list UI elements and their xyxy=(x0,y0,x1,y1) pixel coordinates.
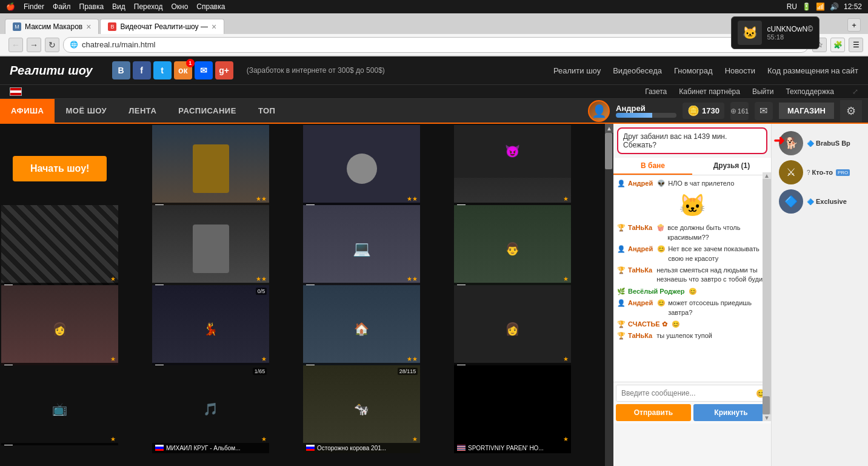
mac-menu-right: RU 🔋 📶 🔊 12:52 xyxy=(787,2,862,11)
nav-username: Андрей xyxy=(616,104,676,113)
video-cell-16[interactable]: SPORTIVNIY PAREN' НО... ★ xyxy=(454,365,571,453)
video-scrollbar[interactable]: ▲ ▼ xyxy=(605,124,613,466)
social-fb-icon[interactable]: f xyxy=(133,61,151,79)
help-menu[interactable]: Справка xyxy=(196,2,225,11)
chat-emoji-6: 😊 xyxy=(657,299,666,308)
video-cell-12[interactable]: 👩 НЕ СУДИТЕ СТРОГО, Н... ★ xyxy=(454,285,571,373)
video-cell-2[interactable]: Моё первое шоу! ★★ xyxy=(152,125,269,213)
header-nav-news[interactable]: Новости xyxy=(725,66,755,75)
chat-msg-8: 🏆 ТаНьКа ты ушлепок тупой xyxy=(617,331,767,340)
sec-nav-partner[interactable]: Кабинет партнёра xyxy=(679,87,740,96)
friend-item-3[interactable]: 🔷 🔷 Exclusive xyxy=(776,187,863,216)
video-cell-15[interactable]: 🐄 Осторожно корова 201... ★ 28/115 xyxy=(303,365,420,453)
stars-5: ★ xyxy=(110,275,116,282)
video-cell-8[interactable]: 👨 Моё первое шоу! ★ xyxy=(454,205,571,293)
chat-user-3: Андрей xyxy=(628,245,653,254)
social-gp-icon[interactable]: g+ xyxy=(215,61,233,79)
social-mail-icon[interactable]: ✉ xyxy=(195,61,213,79)
social-tw-icon[interactable]: t xyxy=(153,61,172,79)
video-cell-11[interactable]: 🏠 Моё первое шоу! ★★ xyxy=(303,285,420,373)
chat-msg-3: 👤 Андрей 😊 Нет все же зачем показывать с… xyxy=(617,245,767,263)
header-nav-realityshow[interactable]: Реалити шоу xyxy=(553,66,601,75)
video-title-16: SPORTIVNIY PAREN' НО... xyxy=(468,445,568,451)
address-bar[interactable]: 🌐 chatreal.ru/main.html xyxy=(63,37,809,53)
chat-input[interactable] xyxy=(616,385,753,401)
site-logo: Реалити шоу xyxy=(10,64,93,78)
new-tab-btn[interactable]: + xyxy=(847,18,861,32)
nav-settings-btn[interactable]: ⚙ xyxy=(840,100,862,122)
sec-nav-gazette[interactable]: Газета xyxy=(645,87,667,96)
notif-username: сUNKNOwN© xyxy=(767,25,813,33)
social-vk-icon[interactable]: В xyxy=(112,61,130,79)
nav-mail-btn[interactable]: ✉ xyxy=(755,102,773,120)
header-nav-code[interactable]: Код размещения на сайт xyxy=(767,66,858,75)
chat-shout-button[interactable]: Крикнуть xyxy=(693,404,769,421)
scroll-up-btn[interactable]: ▲ xyxy=(606,124,612,132)
volume-icon: 🔊 xyxy=(830,2,839,11)
go-menu[interactable]: Переход xyxy=(134,2,163,11)
scroll-thumb[interactable] xyxy=(605,133,612,169)
window-menu[interactable]: Окно xyxy=(171,2,188,11)
header-nav-gnomograd[interactable]: Гномоград xyxy=(674,66,713,75)
language-indicator: RU xyxy=(787,2,797,11)
tab-close-1[interactable]: × xyxy=(86,22,91,32)
video-cell-17[interactable]: 💇‍♀️ "РЫЖАЯ."***#(… ★ xyxy=(1,445,118,466)
tab-close-2[interactable]: × xyxy=(212,22,216,32)
forward-button[interactable]: → xyxy=(27,38,41,52)
finder-menu[interactable]: Finder xyxy=(24,2,44,11)
social-ok-icon[interactable]: ок 1 xyxy=(174,61,192,79)
lock-icon: 🌐 xyxy=(70,41,78,49)
url-text: chatreal.ru/main.html xyxy=(82,40,802,49)
sec-nav-support[interactable]: Техподдержка xyxy=(786,87,834,96)
video-cell-7[interactable]: 💻 Моё первое шоу! ★★ xyxy=(303,205,420,293)
tab-myshow[interactable]: МОЁ ШОУ xyxy=(55,99,118,123)
video-cell-9[interactable]: 👩 Моё первое шоу! ★ xyxy=(1,285,118,373)
tab-friends[interactable]: Друзья (1) xyxy=(692,158,771,175)
chat-msg-5: 🌿 Весёлый Роджер 😊 xyxy=(617,287,767,296)
back-button[interactable]: ← xyxy=(8,38,23,52)
browser-tab-1[interactable]: М Максим Макаров × xyxy=(5,19,99,34)
menu-btn[interactable]: ☰ xyxy=(849,38,863,52)
friend-item-2[interactable]: ⚔ ? Кто-то PRO xyxy=(776,158,863,187)
view-menu[interactable]: Вид xyxy=(112,2,125,11)
tab-favicon-2: В xyxy=(108,22,116,31)
browser-tab-2[interactable]: В Видеочат Реалити-шоу — × xyxy=(100,19,224,34)
stars-12: ★ xyxy=(563,356,569,362)
sec-nav-logout[interactable]: Выйти xyxy=(752,87,774,96)
nav-store-btn[interactable]: МАГАЗИН xyxy=(779,103,834,119)
header-nav-videochat[interactable]: Видеобеседа xyxy=(613,66,662,75)
tab-top[interactable]: ТОП xyxy=(247,99,287,123)
video-cell-6[interactable]: Моё первое шоу! ★★ xyxy=(152,205,269,293)
stars-15: ★ xyxy=(412,436,418,442)
chat-msg-7: 🏆 СЧАСТЬЕ ✿ 😊 xyxy=(617,320,767,329)
friend-item-1[interactable]: 🐕 🔷 BrabuS Bp xyxy=(776,129,863,158)
notif-avatar: 🐱 xyxy=(738,21,762,45)
fullscreen-btn[interactable]: ⤢ xyxy=(852,87,858,96)
tab-lenta[interactable]: ЛЕНТА xyxy=(118,99,167,123)
video-title-15: Осторожно корова 201... xyxy=(317,445,417,451)
chat-scroll-thumb[interactable] xyxy=(763,396,770,414)
chat-scrollbar[interactable]: ▲ ▼ xyxy=(763,172,771,421)
reload-button[interactable]: ↻ xyxy=(45,38,59,52)
video-cell-start[interactable]: Начать шоу! xyxy=(1,125,118,213)
extensions-btn[interactable]: 🧩 xyxy=(830,38,845,52)
chat-scroll-up[interactable]: ▲ xyxy=(764,172,770,179)
start-show-button[interactable]: Начать шоу! xyxy=(13,156,107,181)
tab-inban[interactable]: В бане xyxy=(613,158,692,175)
chat-tabs: В бане Друзья (1) xyxy=(613,158,771,175)
tab-schedule[interactable]: РАСПИСАНИЕ xyxy=(167,99,247,123)
video-cell-10[interactable]: 💃 DJ Kantik video Klip Кор... ★ 0/5 xyxy=(152,285,269,373)
edit-menu[interactable]: Правка xyxy=(79,2,104,11)
file-menu[interactable]: Файл xyxy=(53,2,71,11)
site-secondary-nav: Газета Кабинет партнёра Выйти Техподдерж… xyxy=(0,85,868,99)
video-cell-13[interactable]: 📺 Моё первое шоу! ★ xyxy=(1,365,118,453)
chat-send-button[interactable]: Отправить xyxy=(616,404,691,421)
tab-afisha[interactable]: АФИША xyxy=(0,99,55,123)
chat-scroll-down[interactable]: ▼ xyxy=(764,414,770,421)
video-cell-3[interactable]: Моё первое шоу! ★★ xyxy=(303,125,420,213)
header-nav: Реалити шоу Видеобеседа Гномоград Новост… xyxy=(553,66,858,75)
video-cell-5[interactable]: включаю ваши песни за... ★ xyxy=(1,205,118,293)
video-cell-14[interactable]: 🎵 МИХАИЛ КРУГ - Альбом... ★ 1/65 xyxy=(152,365,269,453)
chat-msg-6: 👤 Андрей 😊 может отсосешь приедишь завтр… xyxy=(617,299,767,317)
video-cell-4[interactable]: 😈 дашка ведьма экстарсенс ★ xyxy=(454,125,571,213)
